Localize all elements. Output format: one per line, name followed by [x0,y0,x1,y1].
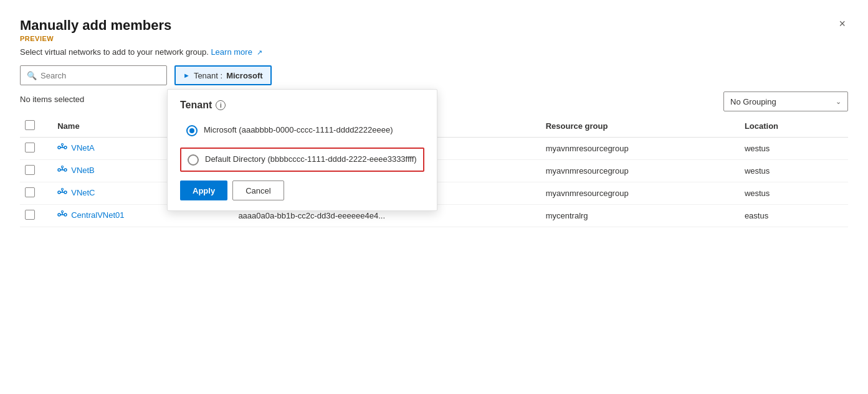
row-location: westus [740,160,848,182]
dialog-title-area: Manually add members PREVIEW [20,17,171,42]
vnet-svg-icon [57,210,67,220]
search-box[interactable]: 🔍 [20,65,167,85]
svg-point-15 [58,213,60,216]
tenant-prefix: Tenant : [194,71,222,80]
dialog-subtitle: Select virtual networks to add to your n… [20,47,848,57]
vnet-icon: VNetC [57,187,95,197]
svg-point-19 [62,211,64,213]
close-button[interactable]: × [836,15,848,33]
svg-point-4 [62,144,64,146]
svg-point-14 [62,189,64,190]
row-location: eastus [740,205,848,227]
dialog-header: Manually add members PREVIEW × [20,17,848,42]
vnet-icon: CentralVNet01 [57,210,124,220]
svg-point-9 [62,166,64,168]
row-resource-group: mycentralrg [541,205,740,227]
tenant-option-default[interactable]: Default Directory (bbbbcccc-1111-dddd-22… [180,148,424,172]
row-resource-group: myavnmresourcegroup [541,160,740,182]
learn-more-link[interactable]: Learn more ↗ [211,47,262,57]
radio-default[interactable] [188,154,199,166]
row-checkbox[interactable] [25,143,35,152]
tenant-info-icon: i [216,100,226,110]
svg-point-11 [64,191,67,194]
grouping-label: No Grouping [730,97,776,106]
chevron-down-icon: ⌄ [836,98,841,106]
tenant-value: Microsoft [226,71,263,80]
svg-point-16 [64,213,67,216]
tenant-option-default-label: Default Directory (bbbbcccc-1111-dddd-22… [205,154,417,165]
row-checkbox-cell [20,182,52,205]
tenant-option-microsoft[interactable]: Microsoft (aaabbbb-0000-cccc-1111-dddd22… [180,120,424,141]
svg-point-5 [58,169,60,171]
row-checkbox[interactable] [25,187,35,197]
vnet-svg-icon [57,165,67,175]
row-location: westus [740,182,848,205]
row-checkbox-cell [20,160,52,182]
search-icon: 🔍 [27,71,37,80]
header-resource-group: Resource group [541,115,740,138]
tenant-dropdown-title: Tenant i [180,100,424,111]
vnet-svg-icon [57,143,67,152]
svg-point-6 [64,169,67,171]
row-checkbox-cell [20,205,52,227]
header-location: Location [740,115,848,138]
dropdown-actions: Apply Cancel [180,181,424,200]
tenant-dropdown: Tenant i Microsoft (aaabbbb-0000-cccc-11… [167,89,437,211]
grouping-dropdown[interactable]: No Grouping ⌄ [723,91,848,111]
svg-point-0 [58,146,60,149]
svg-point-10 [58,191,60,194]
external-link-icon: ↗ [257,49,262,56]
row-checkbox[interactable] [25,165,35,175]
row-resource-group: myavnmresourcegroup [541,138,740,160]
row-location: westus [740,138,848,160]
select-all-checkbox[interactable] [25,120,35,130]
header-checkbox-cell [20,115,52,138]
row-checkbox[interactable] [25,210,35,220]
row-resource-group: myavnmresourcegroup [541,182,740,205]
dialog-title: Manually add members [20,17,171,34]
dialog-preview-badge: PREVIEW [20,35,171,42]
apply-button[interactable]: Apply [180,181,227,200]
tenant-filter-button[interactable]: ► Tenant : Microsoft [174,65,272,85]
row-checkbox-cell [20,138,52,160]
vnet-svg-icon [57,187,67,197]
dialog: Manually add members PREVIEW × Select vi… [0,0,868,394]
items-selected-label: No items selected [20,95,84,104]
vnet-icon: VNetB [57,165,95,175]
toolbar-row: 🔍 ► Tenant : Microsoft Tenant i Microsof… [20,65,848,85]
search-input[interactable] [41,71,160,80]
radio-microsoft[interactable] [186,125,198,136]
tenant-option-microsoft-label: Microsoft (aaabbbb-0000-cccc-1111-dddd22… [204,124,393,136]
svg-point-1 [64,146,67,149]
vnet-icon: VNetA [57,143,95,152]
tenant-arrow-icon: ► [183,72,190,79]
cancel-button[interactable]: Cancel [232,181,284,200]
